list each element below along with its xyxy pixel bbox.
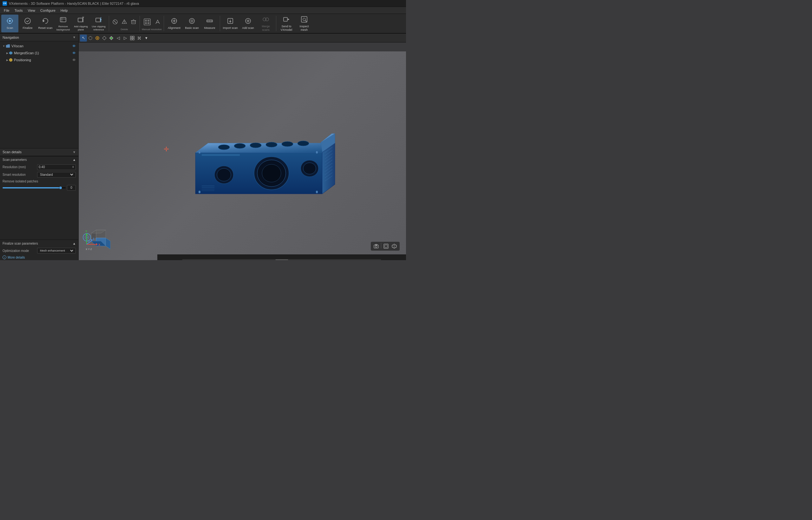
scan-details-title: Scan details	[3, 150, 22, 154]
vxscan-visibility-icon[interactable]: 👁	[72, 44, 76, 48]
remove-isolated-label-row: Remove isolated patches	[0, 179, 78, 184]
inspect-mesh-button[interactable]: Inspect mesh	[296, 15, 313, 32]
svg-text:X: X	[98, 243, 100, 246]
optimization-mode-select[interactable]: Mesh enhancement	[39, 249, 74, 253]
statusbar	[157, 255, 406, 260]
vc-camera-btn[interactable]	[373, 243, 380, 250]
send-vxmodel-label: Send to VXmodel	[278, 25, 294, 32]
nav-item-vxscan[interactable]: ▼ VXscan 👁	[0, 43, 78, 50]
delete-btn-c[interactable]	[129, 16, 138, 28]
sub-next-btn[interactable]: ▷	[122, 34, 129, 42]
sub-prev-btn[interactable]: ◁	[115, 34, 122, 42]
import-scan-label: Import scan	[223, 26, 238, 30]
smart-resolution-label: Smart resolution	[3, 173, 36, 176]
smart-resolution-select[interactable]: Standard	[39, 173, 74, 177]
vc-expand-btn[interactable]	[382, 243, 389, 250]
menubar: File Tools View Configure Help	[0, 7, 406, 14]
sub-cursor-btn[interactable]: ↖	[80, 34, 87, 42]
menu-tools[interactable]: Tools	[12, 8, 25, 13]
remove-isolated-value[interactable]: 0	[67, 185, 76, 191]
merge-scans-label: Merge scans	[258, 25, 274, 32]
sub-lasso-btn[interactable]	[87, 34, 94, 42]
menu-view[interactable]: View	[25, 8, 38, 13]
add-scan-button[interactable]: Add scan	[240, 15, 256, 32]
reset-scan-button[interactable]: Reset scan	[37, 15, 54, 32]
vc-cube-btn[interactable]	[391, 243, 398, 250]
resolution-spinner[interactable]: ⬍	[72, 165, 74, 168]
remove-background-button[interactable]: Remove background	[55, 15, 72, 32]
alignment-button[interactable]: Alignment	[166, 15, 183, 32]
delete-btn-b[interactable]	[120, 16, 129, 28]
add-clipping-label: Add clipping plane	[73, 25, 89, 31]
navigation-chevron: ▼	[73, 35, 76, 39]
remove-isolated-track[interactable]	[3, 187, 66, 188]
measure-button[interactable]: Measure	[201, 15, 218, 32]
scan-details-section: Scan details ▼	[0, 148, 78, 156]
measure-icon	[206, 17, 214, 26]
scan-label: Scan	[7, 26, 13, 30]
scan-details-header[interactable]: Scan details ▼	[0, 149, 78, 156]
optimization-mode-input[interactable]: Mesh enhancement	[37, 248, 76, 254]
svg-point-88	[303, 163, 316, 174]
basic-scan-icon	[188, 17, 196, 26]
svg-line-18	[114, 21, 116, 23]
scan-params-section: Scan parameters ▲ Resolution (mm) 0.40 ⬍…	[0, 156, 78, 240]
svg-point-6	[25, 18, 30, 24]
svg-line-53	[305, 20, 307, 22]
svg-rect-136	[385, 245, 387, 248]
svg-rect-50	[283, 18, 287, 21]
viewport[interactable]: 2 ✛	[79, 51, 406, 260]
smart-resolution-input[interactable]: Standard	[37, 172, 76, 178]
svg-point-57	[10, 59, 11, 60]
nav-tree: ▼ VXscan 👁 ▶ MergedScan (1) 👁	[0, 41, 78, 65]
sub-dot-btn[interactable]	[136, 34, 143, 42]
delete-btn-a[interactable]	[111, 16, 119, 28]
use-clipping-button[interactable]: Use clipping reference	[90, 15, 107, 32]
svg-point-16	[100, 19, 102, 20]
mergedscan-visibility-icon[interactable]: 👁	[72, 51, 76, 55]
sub-paint-btn[interactable]	[101, 34, 108, 42]
mergedscan-expand-icon: ▶	[6, 52, 8, 55]
sep-1	[109, 16, 109, 31]
remove-isolated-thumb[interactable]	[59, 186, 62, 189]
inspect-mesh-label: Inspect mesh	[296, 25, 312, 32]
menu-configure[interactable]: Configure	[38, 8, 58, 13]
import-scan-button[interactable]: Import scan	[222, 15, 239, 32]
nav-item-positioning[interactable]: ▶ Positioning 👁	[0, 56, 78, 63]
svg-marker-126	[85, 233, 88, 235]
add-scan-icon	[244, 17, 252, 26]
basic-scan-button[interactable]: Basic scan	[183, 15, 200, 32]
sub-select-btn[interactable]	[108, 34, 115, 42]
sub-grid-btn[interactable]	[129, 34, 136, 42]
svg-rect-31	[147, 22, 150, 24]
sub-circle-btn[interactable]	[94, 34, 101, 42]
svg-point-52	[303, 18, 305, 21]
4x-button[interactable]	[141, 16, 153, 28]
positioning-visibility-icon[interactable]: 👁	[72, 58, 76, 62]
svg-point-80	[282, 141, 293, 147]
send-vxmodel-button[interactable]: Send to VXmodel	[278, 15, 295, 32]
manual-res-button[interactable]	[153, 16, 162, 28]
more-details-label: More details	[8, 256, 25, 259]
navigation-header[interactable]: Navigation ▼	[0, 34, 78, 41]
optimization-mode-row: Optimization mode Mesh enhancement	[0, 247, 78, 255]
svg-rect-65	[130, 38, 132, 40]
svg-point-68	[140, 36, 141, 37]
scan-params-header[interactable]: Scan parameters ▲	[0, 156, 78, 163]
mergedscan-icon	[9, 51, 13, 55]
finalize-button[interactable]: Finalize	[19, 15, 36, 32]
nav-item-mergedscan[interactable]: ▶ MergedScan (1) 👁	[0, 50, 78, 56]
resolution-input[interactable]: 0.40 ⬍	[37, 164, 76, 170]
merge-scans-button[interactable]: Merge scans	[257, 15, 274, 32]
resolution-label: Resolution (mm)	[3, 165, 36, 169]
menu-help[interactable]: Help	[58, 8, 71, 13]
remove-isolated-label: Remove isolated patches	[3, 180, 38, 183]
add-clipping-button[interactable]: Add clipping plane	[72, 15, 89, 32]
statusbar-resize-handle[interactable]	[275, 259, 288, 260]
resolution-row: Resolution (mm) 0.40 ⬍	[0, 163, 78, 171]
scan-button[interactable]: Scan	[1, 15, 19, 32]
more-details-row[interactable]: i More details	[0, 255, 78, 260]
sub-more-btn[interactable]: ▾	[143, 34, 150, 42]
finalize-header[interactable]: Finalize scan parameters ▲	[0, 240, 78, 247]
menu-file[interactable]: File	[1, 8, 12, 13]
